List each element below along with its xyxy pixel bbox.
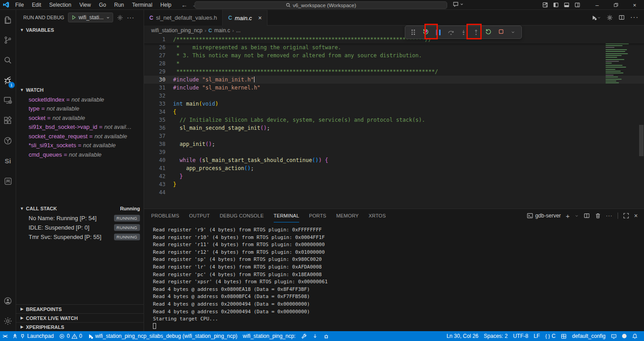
- debug-settings-gear-icon[interactable]: [117, 14, 123, 21]
- serial-monitor-button[interactable]: [608, 331, 619, 341]
- eol[interactable]: LF: [531, 331, 542, 341]
- build-button[interactable]: [298, 331, 309, 341]
- panel-more-actions-icon[interactable]: ···: [606, 213, 613, 219]
- search-sidebar-icon[interactable]: [0, 50, 16, 70]
- silabs-icon[interactable]: Si: [0, 151, 16, 171]
- section-cortex-live-watch[interactable]: ▶CORTEX LIVE WATCH: [16, 313, 144, 322]
- step-out-button[interactable]: [470, 27, 481, 38]
- toggle-primary-sidebar-icon[interactable]: [553, 2, 559, 8]
- explorer-icon[interactable]: [0, 10, 16, 30]
- terminal-output[interactable]: Read register 'r9' (4 bytes) from RTOS p…: [144, 222, 644, 330]
- start-debug-icon[interactable]: [71, 15, 76, 20]
- watch-item[interactable]: socket=not available: [16, 113, 144, 123]
- language-mode[interactable]: { }C: [542, 331, 558, 341]
- maximize-panel-icon[interactable]: [623, 213, 629, 219]
- editor-tab[interactable]: Cmain.c×: [223, 10, 267, 26]
- editor-tab[interactable]: Csl_net_default_values.h: [144, 10, 223, 26]
- flash-button[interactable]: [309, 331, 321, 341]
- editor-scrollbar[interactable]: [639, 125, 644, 156]
- run-and-debug-icon[interactable]: 1: [0, 70, 16, 90]
- launch-config-select[interactable]: wifi_stati...: [68, 13, 113, 22]
- menu-help[interactable]: Help: [157, 1, 175, 9]
- watch-section-header[interactable]: ▼WATCH: [16, 85, 144, 95]
- terminal-dropdown-chevron[interactable]: [575, 214, 579, 218]
- settings-gear-icon[interactable]: [0, 311, 16, 331]
- variables-section-header[interactable]: ▼VARIABLES: [16, 25, 144, 35]
- debug-config-button[interactable]: wifi_station_ping_ncp_silabs_debug (wifi…: [85, 331, 240, 341]
- launchpad-button[interactable]: Launchpad: [9, 331, 56, 341]
- callstack-thread[interactable]: IDLE: Suspended [P: 0]RUNNING: [16, 223, 144, 232]
- menu-selection[interactable]: Selection: [46, 1, 75, 9]
- stop-button[interactable]: [496, 27, 506, 38]
- watch-item[interactable]: type=not available: [16, 104, 144, 114]
- panel-tab-debug-console[interactable]: DEBUG CONSOLE: [220, 209, 264, 222]
- tool-circle-icon[interactable]: [0, 131, 16, 151]
- run-or-debug-icon[interactable]: [591, 15, 601, 21]
- close-tab-icon[interactable]: ×: [258, 14, 262, 21]
- restart-button[interactable]: [483, 27, 494, 38]
- source-control-icon[interactable]: [0, 30, 16, 50]
- panel-tab-problems[interactable]: PROBLEMS: [151, 209, 179, 222]
- pause-button[interactable]: [433, 27, 444, 38]
- menu-file[interactable]: File: [12, 1, 27, 9]
- watch-item[interactable]: socketIdIndex=not available: [16, 95, 144, 104]
- toggle-panel-icon[interactable]: [564, 2, 570, 8]
- editor-settings-gear-icon[interactable]: [606, 14, 613, 21]
- minimize-button[interactable]: –: [588, 0, 606, 10]
- editor-more-actions-icon[interactable]: ···: [630, 13, 639, 21]
- watch-item[interactable]: cmd_queues=not available: [16, 150, 144, 159]
- account-icon[interactable]: [0, 291, 16, 311]
- breadcrumb-item[interactable]: wifi_station_ping_ncp: [151, 27, 203, 34]
- project-label[interactable]: wifi_station_ping_ncp:: [240, 331, 298, 341]
- callstack-thread[interactable]: Tmr Svc: Suspended [P: 55]RUNNING: [16, 232, 144, 242]
- section-breakpoints[interactable]: ▶BREAKPOINTS: [16, 304, 144, 313]
- remote-indicator[interactable]: ><: [0, 331, 9, 341]
- notifications-bell[interactable]: [629, 331, 640, 341]
- cursor-position[interactable]: Ln 30, Col 26: [444, 331, 481, 341]
- more-actions-icon[interactable]: ···: [127, 14, 135, 21]
- status-dot[interactable]: [619, 331, 629, 341]
- mcu-box-icon[interactable]: [0, 171, 16, 191]
- adapter-grid-button[interactable]: [558, 331, 569, 341]
- menu-terminal[interactable]: Terminal: [128, 1, 156, 9]
- nav-back-icon[interactable]: ←: [181, 1, 187, 9]
- section-xperipherals[interactable]: ▶XPERIPHERALS: [16, 322, 144, 331]
- toggle-secondary-sidebar-icon[interactable]: [574, 2, 580, 8]
- watch-item[interactable]: si91x_bsd_socket->vap_id=not avail…: [16, 123, 144, 132]
- code-editor[interactable]: 1/**************************************…: [144, 35, 644, 208]
- panel-tab-output[interactable]: OUTPUT: [189, 209, 210, 222]
- menu-go[interactable]: Go: [95, 1, 110, 9]
- breadcrumb-item[interactable]: main.c: [214, 27, 230, 34]
- reset-device-button[interactable]: [420, 27, 431, 38]
- step-into-button[interactable]: [458, 27, 469, 38]
- panel-tab-ports[interactable]: PORTS: [309, 209, 326, 222]
- customize-layout-icon[interactable]: [542, 2, 548, 8]
- close-window-button[interactable]: ×: [625, 0, 644, 10]
- split-editor-icon[interactable]: [619, 14, 625, 21]
- problems-button[interactable]: 00: [56, 331, 85, 341]
- stop-dropdown-chevron[interactable]: [508, 27, 519, 38]
- config-name[interactable]: default_config: [569, 331, 608, 341]
- split-terminal-icon[interactable]: [584, 213, 590, 219]
- watch-item[interactable]: *sli_si91x_sockets=not available: [16, 141, 144, 150]
- step-over-button[interactable]: [445, 27, 456, 38]
- kill-terminal-icon[interactable]: [595, 213, 601, 219]
- callstack-section-header[interactable]: ▼CALL STACK Running: [16, 204, 144, 213]
- menu-view[interactable]: View: [76, 1, 94, 9]
- callstack-thread[interactable]: No Name: Running [P: 54]RUNNING: [16, 213, 144, 223]
- panel-tab-terminal[interactable]: TERMINAL: [274, 209, 299, 222]
- new-terminal-button[interactable]: +: [566, 212, 570, 220]
- breadcrumb-item[interactable]: ...: [236, 27, 241, 34]
- encoding[interactable]: UTF-8: [510, 331, 531, 341]
- debug-gear-button[interactable]: [321, 331, 332, 341]
- indentation[interactable]: Spaces: 2: [481, 331, 510, 341]
- panel-tab-xrtos[interactable]: XRTOS: [369, 209, 386, 222]
- workspace-search-box[interactable]: v6_workspace (Workspace): [195, 1, 447, 9]
- close-panel-icon[interactable]: ×: [634, 212, 638, 219]
- menu-run[interactable]: Run: [110, 1, 127, 9]
- chat-button[interactable]: [453, 1, 464, 7]
- menu-edit[interactable]: Edit: [28, 1, 45, 9]
- panel-tab-memory[interactable]: MEMORY: [336, 209, 359, 222]
- terminal-instance-label[interactable]: gdb-server: [527, 213, 561, 219]
- watch-item[interactable]: socket_create_request=not available: [16, 132, 144, 141]
